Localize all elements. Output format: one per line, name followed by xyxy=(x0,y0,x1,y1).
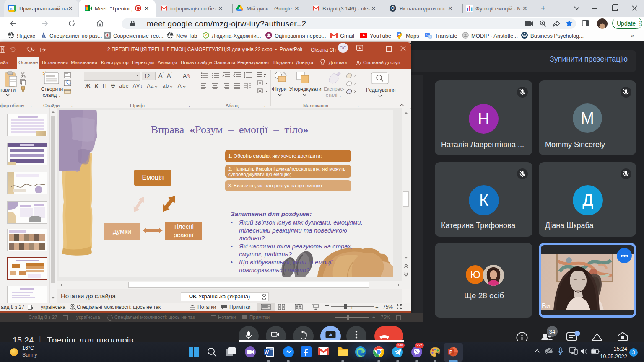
svg-text:P: P xyxy=(449,349,452,354)
svg-text:文: 文 xyxy=(428,35,432,39)
svg-text:34: 34 xyxy=(549,328,555,335)
svg-text:W: W xyxy=(265,349,269,354)
svg-text:А: А xyxy=(183,72,187,79)
svg-text:10: 10 xyxy=(9,7,13,11)
